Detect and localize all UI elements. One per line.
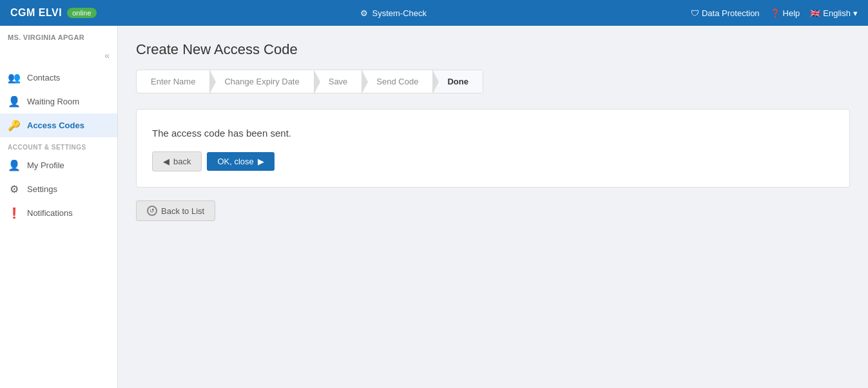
ok-close-arrow-icon: ▶ <box>258 157 264 166</box>
waiting-room-icon: 👤 <box>8 95 21 108</box>
online-status: online <box>67 8 96 18</box>
app-title: CGM ELVI <box>10 7 62 19</box>
step-save-label: Save <box>329 77 348 86</box>
help-icon: ❓ <box>770 8 780 18</box>
sidebar-item-settings-label: Settings <box>27 184 57 194</box>
sidebar: MS. VIRGINIA APGAR « 👥 Contacts 👤 Waitin… <box>0 26 118 388</box>
sidebar-item-notifications[interactable]: ❗ Notifications <box>0 201 117 225</box>
wizard-step-done: Done <box>433 70 483 93</box>
back-to-list-icon: ↺ <box>147 206 157 216</box>
main-content: Create New Access Code Enter Name Change… <box>118 26 868 388</box>
collapse-icon: « <box>104 50 110 61</box>
sidebar-item-settings[interactable]: ⚙ Settings <box>0 177 117 201</box>
account-settings-section-label: ACCOUNT & SETTINGS <box>0 137 117 153</box>
sidebar-username: MS. VIRGINIA APGAR <box>0 26 117 45</box>
nav-right: 🛡 Data Protection ❓ Help 🇬🇧 English ▾ <box>691 8 858 18</box>
help-link[interactable]: ❓ Help <box>770 8 800 18</box>
step-done-label: Done <box>447 77 468 86</box>
nav-left: CGM ELVI online <box>10 7 97 19</box>
gear-icon: ⚙ <box>360 8 368 18</box>
sidebar-item-my-profile[interactable]: 👤 My Profile <box>0 153 117 177</box>
chevron-down-icon: ▾ <box>853 8 858 18</box>
step-send-code-label: Send Code <box>376 77 418 86</box>
sidebar-item-access-codes-label: Access Codes <box>27 121 84 130</box>
contacts-icon: 👥 <box>8 72 21 84</box>
wizard-steps: Enter Name Change Expiry Date Save Send … <box>136 70 483 93</box>
back-button[interactable]: ◀ back <box>152 151 202 171</box>
sidebar-item-waiting-room[interactable]: 👤 Waiting Room <box>0 90 117 113</box>
sidebar-item-waiting-room-label: Waiting Room <box>27 97 79 106</box>
wizard-step-change-expiry: Change Expiry Date <box>210 70 314 93</box>
access-code-sent-message: The access code has been sent. <box>152 128 834 139</box>
sidebar-collapse-button[interactable]: « <box>0 45 117 66</box>
wizard-step-enter-name: Enter Name <box>137 70 210 93</box>
back-to-list-label: Back to List <box>161 206 204 216</box>
back-to-list-button[interactable]: ↺ Back to List <box>136 200 215 221</box>
ok-close-button-label: OK, close <box>217 157 253 166</box>
ok-close-button[interactable]: OK, close ▶ <box>207 152 274 171</box>
access-codes-icon: 🔑 <box>8 119 21 131</box>
flag-icon: 🇬🇧 <box>810 8 820 18</box>
wizard-step-send-code: Send Code <box>362 70 433 93</box>
nav-center: ⚙ System-Check <box>360 8 427 18</box>
wizard-step-save: Save <box>314 70 363 93</box>
step-change-expiry-label: Change Expiry Date <box>224 77 299 86</box>
sidebar-item-access-codes[interactable]: 🔑 Access Codes <box>0 113 117 137</box>
language-selector[interactable]: 🇬🇧 English ▾ <box>810 8 858 18</box>
page-title: Create New Access Code <box>136 41 850 58</box>
sidebar-item-notifications-label: Notifications <box>27 208 73 218</box>
system-check-label[interactable]: System-Check <box>372 8 427 18</box>
card-actions: ◀ back OK, close ▶ <box>152 151 834 171</box>
data-protection-link[interactable]: 🛡 Data Protection <box>691 8 760 18</box>
back-arrow-icon: ◀ <box>163 157 169 166</box>
top-navigation: CGM ELVI online ⚙ System-Check 🛡 Data Pr… <box>0 0 868 26</box>
step-enter-name-label: Enter Name <box>151 77 195 86</box>
result-card: The access code has been sent. ◀ back OK… <box>136 109 850 188</box>
back-button-label: back <box>173 157 191 166</box>
sidebar-item-contacts[interactable]: 👥 Contacts <box>0 66 117 90</box>
sidebar-item-my-profile-label: My Profile <box>27 160 64 170</box>
shield-icon: 🛡 <box>691 8 699 18</box>
notifications-icon: ❗ <box>8 207 21 219</box>
profile-icon: 👤 <box>8 159 21 171</box>
sidebar-item-contacts-label: Contacts <box>27 73 60 82</box>
app-layout: MS. VIRGINIA APGAR « 👥 Contacts 👤 Waitin… <box>0 26 868 388</box>
settings-icon: ⚙ <box>8 183 21 195</box>
